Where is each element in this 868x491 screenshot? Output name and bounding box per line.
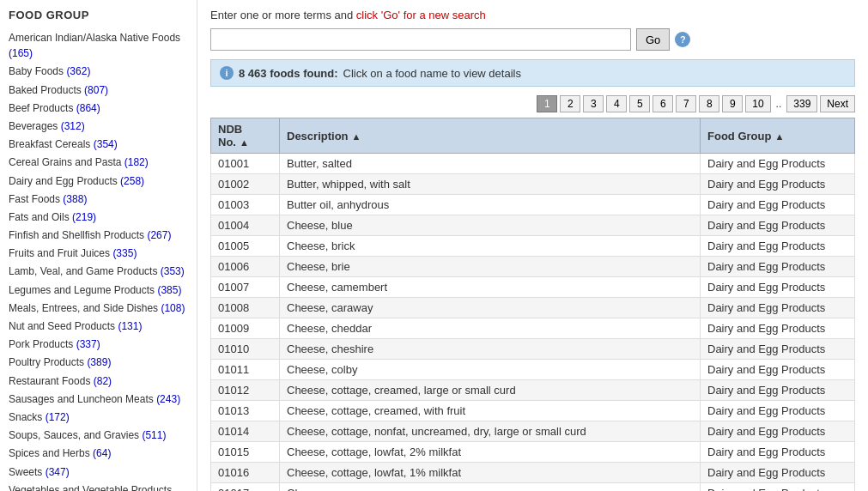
page-button[interactable]: 4 — [606, 95, 627, 112]
sidebar-item[interactable]: Snacks (172) — [9, 409, 188, 425]
page-button[interactable]: 9 — [722, 95, 743, 112]
sidebar-item[interactable]: Legumes and Legume Products (385) — [9, 282, 188, 298]
sidebar-item[interactable]: Restaurant Foods (82) — [9, 373, 188, 389]
sidebar-item[interactable]: Cereal Grains and Pasta (182) — [9, 155, 188, 170]
description-cell[interactable]: Cheese, cottage, nonfat, uncreamed, dry,… — [280, 421, 701, 442]
page-button[interactable]: 7 — [676, 95, 696, 112]
food-group-cell: Dairy and Egg Products — [701, 339, 855, 360]
description-cell[interactable]: Cheese, cheddar — [280, 318, 701, 339]
pagination: 12345678910..339Next — [210, 95, 855, 112]
description-cell[interactable]: Butter oil, anhydrous — [280, 195, 701, 215]
description-cell[interactable]: Cheese, cottage, creamed, large or small… — [280, 380, 701, 401]
sidebar-item[interactable]: Dairy and Egg Products (258) — [9, 173, 188, 189]
sidebar-item[interactable]: Beef Products (864) — [9, 100, 188, 116]
food-group-cell: Dairy and Egg Products — [701, 421, 855, 442]
table-row[interactable]: 01004 Cheese, blue Dairy and Egg Product… — [211, 215, 855, 236]
ndb-cell: 01014 — [211, 421, 280, 442]
description-cell[interactable]: Butter, salted — [280, 154, 701, 174]
food-table: NDB No.▲ Description▲ Food Group▲ 01001 … — [210, 118, 855, 491]
description-cell[interactable]: Cheese, cottage, lowfat, 1% milkfat — [280, 463, 701, 483]
food-group-cell: Dairy and Egg Products — [701, 174, 855, 195]
main-content: Enter one or more terms and click 'Go' f… — [197, 0, 868, 491]
ndb-cell: 01012 — [211, 380, 280, 401]
table-row[interactable]: 01007 Cheese, camembert Dairy and Egg Pr… — [211, 277, 855, 298]
food-group-cell: Dairy and Egg Products — [701, 257, 855, 277]
table-row[interactable]: 01009 Cheese, cheddar Dairy and Egg Prod… — [211, 318, 855, 339]
sidebar-item[interactable]: Poultry Products (389) — [9, 355, 188, 370]
table-row[interactable]: 01005 Cheese, brick Dairy and Egg Produc… — [211, 236, 855, 257]
table-row[interactable]: 01017 Cheese, cream Dairy and Egg Produc… — [211, 483, 855, 492]
description-cell[interactable]: Cheese, cottage, creamed, with fruit — [280, 401, 701, 421]
page-button[interactable]: 5 — [629, 95, 650, 112]
results-info: i 8 463 foods found: Click on a food nam… — [210, 59, 855, 87]
sidebar-item[interactable]: Baby Foods (362) — [9, 64, 188, 79]
food-group-cell: Dairy and Egg Products — [701, 483, 855, 492]
sidebar-item[interactable]: Fats and Oils (219) — [9, 209, 188, 225]
sidebar-item[interactable]: Fruits and Fruit Juices (335) — [9, 246, 188, 261]
sidebar-item[interactable]: Baked Products (807) — [9, 82, 188, 98]
sidebar-item[interactable]: Breakfast Cereals (354) — [9, 136, 188, 152]
sidebar-item[interactable]: Nut and Seed Products (131) — [9, 318, 188, 334]
description-cell[interactable]: Cheese, blue — [280, 215, 701, 236]
sidebar-item[interactable]: Sausages and Luncheon Meats (243) — [9, 391, 188, 407]
col-description[interactable]: Description▲ — [280, 118, 701, 154]
description-cell[interactable]: Cheese, cheshire — [280, 339, 701, 360]
description-cell[interactable]: Butter, whipped, with salt — [280, 174, 701, 195]
search-link[interactable]: click 'Go' for a new search — [356, 9, 486, 21]
table-row[interactable]: 01012 Cheese, cottage, creamed, large or… — [211, 380, 855, 401]
col-ndb[interactable]: NDB No.▲ — [211, 118, 280, 154]
search-input[interactable] — [210, 28, 631, 51]
page-button[interactable]: 8 — [699, 95, 719, 112]
table-row[interactable]: 01002 Butter, whipped, with salt Dairy a… — [211, 174, 855, 195]
sidebar-item[interactable]: Beverages (312) — [9, 118, 188, 134]
results-count: 8 463 foods found: — [239, 67, 338, 80]
table-row[interactable]: 01008 Cheese, caraway Dairy and Egg Prod… — [211, 298, 855, 318]
page-button[interactable]: 10 — [745, 95, 770, 112]
sidebar-item[interactable]: Fast Foods (388) — [9, 191, 188, 207]
description-cell[interactable]: Cheese, cottage, lowfat, 2% milkfat — [280, 442, 701, 463]
sidebar-item[interactable]: Sweets (347) — [9, 464, 188, 480]
page-button[interactable]: 1 — [537, 95, 557, 112]
ndb-cell: 01015 — [211, 442, 280, 463]
table-row[interactable]: 01010 Cheese, cheshire Dairy and Egg Pro… — [211, 339, 855, 360]
ndb-cell: 01009 — [211, 318, 280, 339]
table-row[interactable]: 01014 Cheese, cottage, nonfat, uncreamed… — [211, 421, 855, 442]
sidebar-item[interactable]: Meals, Entrees, and Side Dishes (108) — [9, 300, 188, 316]
ndb-cell: 01005 — [211, 236, 280, 257]
description-cell[interactable]: Cheese, caraway — [280, 298, 701, 318]
food-group-cell: Dairy and Egg Products — [701, 298, 855, 318]
food-group-cell: Dairy and Egg Products — [701, 442, 855, 463]
description-cell[interactable]: Cheese, cream — [280, 483, 701, 492]
description-cell[interactable]: Cheese, camembert — [280, 277, 701, 298]
sidebar-item[interactable]: Pork Products (337) — [9, 336, 188, 352]
info-icon: i — [220, 66, 234, 80]
sidebar-item[interactable]: American Indian/Alaska Native Foods (165… — [9, 30, 188, 61]
ndb-cell: 01008 — [211, 298, 280, 318]
description-cell[interactable]: Cheese, brick — [280, 236, 701, 257]
sidebar-item[interactable]: Spices and Herbs (64) — [9, 446, 188, 461]
table-row[interactable]: 01013 Cheese, cottage, creamed, with fru… — [211, 401, 855, 421]
next-page-button[interactable]: Next — [820, 95, 855, 112]
ndb-cell: 01010 — [211, 339, 280, 360]
table-row[interactable]: 01006 Cheese, brie Dairy and Egg Product… — [211, 257, 855, 277]
table-row[interactable]: 01011 Cheese, colby Dairy and Egg Produc… — [211, 360, 855, 380]
table-row[interactable]: 01016 Cheese, cottage, lowfat, 1% milkfa… — [211, 463, 855, 483]
help-icon[interactable]: ? — [675, 32, 690, 47]
page-button[interactable]: 6 — [653, 95, 673, 112]
sidebar-item[interactable]: Finfish and Shellfish Products (267) — [9, 227, 188, 243]
ndb-cell: 01003 — [211, 195, 280, 215]
page-button[interactable]: 2 — [560, 95, 580, 112]
last-page-button[interactable]: 339 — [786, 95, 817, 112]
sidebar-item[interactable]: Vegetables and Vegetable Products (828) — [9, 482, 188, 491]
table-row[interactable]: 01015 Cheese, cottage, lowfat, 2% milkfa… — [211, 442, 855, 463]
sidebar-item[interactable]: Lamb, Veal, and Game Products (353) — [9, 264, 188, 279]
ndb-cell: 01004 — [211, 215, 280, 236]
go-button[interactable]: Go — [636, 28, 670, 51]
description-cell[interactable]: Cheese, colby — [280, 360, 701, 380]
col-food-group[interactable]: Food Group▲ — [701, 118, 855, 154]
sidebar-item[interactable]: Soups, Sauces, and Gravies (511) — [9, 427, 188, 443]
description-cell[interactable]: Cheese, brie — [280, 257, 701, 277]
table-row[interactable]: 01003 Butter oil, anhydrous Dairy and Eg… — [211, 195, 855, 215]
table-row[interactable]: 01001 Butter, salted Dairy and Egg Produ… — [211, 154, 855, 174]
page-button[interactable]: 3 — [583, 95, 604, 112]
